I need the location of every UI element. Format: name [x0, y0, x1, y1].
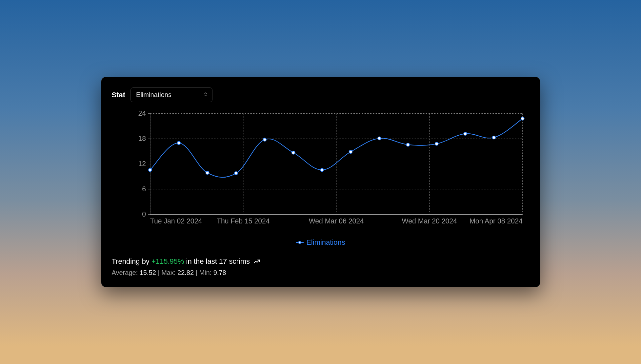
svg-point-32	[320, 168, 324, 172]
separator: |	[196, 269, 199, 276]
svg-point-39	[521, 117, 524, 121]
trending-pct: +115.95%	[151, 257, 184, 266]
svg-point-41	[299, 241, 301, 243]
trend-line: Trending by +115.95% in the last 17 scri…	[112, 257, 530, 266]
svg-point-35	[406, 143, 410, 146]
max-value: 22.82	[177, 269, 194, 276]
chart-legend: Eliminations	[112, 238, 530, 247]
separator: |	[158, 269, 161, 276]
svg-text:Wed Mar 20 2024: Wed Mar 20 2024	[402, 217, 457, 225]
legend-marker-icon	[296, 241, 304, 244]
svg-point-37	[464, 132, 467, 136]
svg-text:Tue Jan 02 2024: Tue Jan 02 2024	[150, 217, 202, 225]
trending-prefix: Trending by	[112, 257, 150, 266]
svg-text:18: 18	[138, 135, 146, 142]
svg-text:6: 6	[142, 185, 146, 193]
svg-point-36	[435, 143, 438, 146]
min-value: 9.78	[213, 269, 226, 276]
svg-point-29	[234, 172, 238, 175]
svg-text:24: 24	[138, 110, 146, 117]
stat-label: Stat	[112, 91, 126, 99]
trending-up-icon	[253, 258, 260, 265]
svg-point-28	[206, 171, 209, 175]
stats-card: Stat Eliminations 06121824Tue Jan 02 202…	[101, 77, 540, 287]
line-chart: 06121824Tue Jan 02 2024Thu Feb 15 2024We…	[112, 110, 530, 235]
min-label: Min:	[199, 269, 211, 276]
stats-line: Average: 15.52 | Max: 22.82 | Min: 9.78	[112, 269, 530, 277]
svg-point-33	[349, 150, 352, 154]
stat-select-value: Eliminations	[136, 91, 171, 98]
svg-point-31	[291, 151, 295, 155]
svg-text:Mon Apr 08 2024: Mon Apr 08 2024	[470, 217, 523, 225]
svg-point-38	[492, 136, 495, 139]
stat-select[interactable]: Eliminations	[130, 87, 212, 102]
svg-point-27	[177, 142, 180, 145]
summary: Trending by +115.95% in the last 17 scri…	[112, 257, 530, 277]
avg-label: Average:	[112, 269, 138, 276]
chart-area: 06121824Tue Jan 02 2024Thu Feb 15 2024We…	[112, 110, 530, 246]
svg-point-26	[149, 168, 152, 172]
svg-text:0: 0	[142, 210, 146, 218]
svg-text:12: 12	[138, 160, 146, 167]
svg-text:Wed Mar 06 2024: Wed Mar 06 2024	[309, 217, 364, 225]
chevron-updown-icon	[204, 92, 208, 98]
header-row: Stat Eliminations	[112, 87, 530, 102]
svg-text:Thu Feb 15 2024: Thu Feb 15 2024	[216, 217, 270, 225]
svg-point-34	[378, 137, 381, 140]
max-label: Max:	[161, 269, 175, 276]
avg-value: 15.52	[140, 269, 156, 276]
legend-label: Eliminations	[306, 238, 345, 247]
trending-suffix: in the last 17 scrims	[186, 257, 250, 266]
svg-point-30	[263, 138, 266, 142]
